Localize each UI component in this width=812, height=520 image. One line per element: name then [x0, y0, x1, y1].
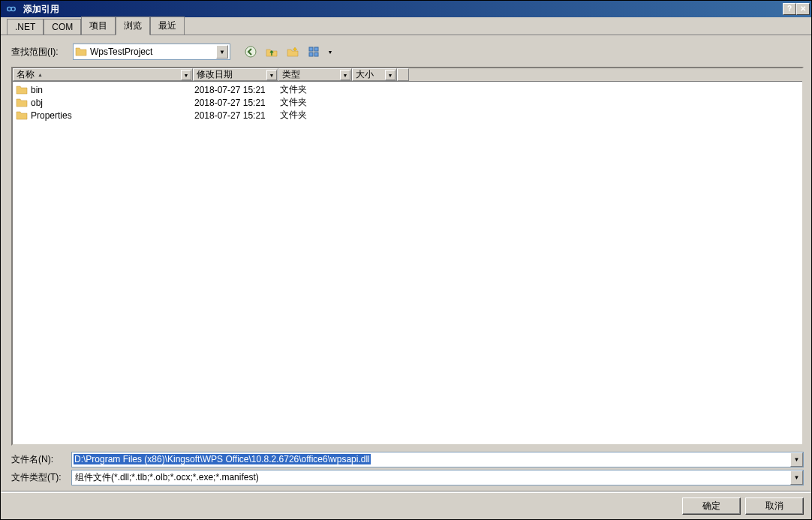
col-extra[interactable]: [397, 68, 409, 81]
folder-icon: [75, 46, 87, 58]
titlebar-buttons: ? ✕: [783, 3, 810, 15]
folder-icon: [16, 110, 28, 122]
ok-button[interactable]: 确定: [682, 497, 741, 515]
add-reference-dialog: 添加引用 ? ✕ .NET COM 项目 浏览 最近 查找范围(I): WpsT…: [0, 0, 812, 520]
lookin-label: 查找范围(I):: [11, 46, 68, 59]
item-name: Properties: [31, 110, 194, 121]
cancel-button[interactable]: 取消: [745, 497, 804, 515]
col-date-label: 修改日期: [197, 68, 233, 81]
titlebar: 添加引用 ? ✕: [1, 1, 811, 17]
col-name[interactable]: 名称 ▲ ▼: [13, 68, 193, 81]
item-date: 2018-07-27 15:21: [194, 110, 280, 121]
filetype-dropdown-icon[interactable]: ▼: [790, 470, 803, 485]
folder-icon: [16, 84, 28, 96]
col-size-label: 大小: [356, 68, 374, 81]
filename-row: 文件名(N): D:\Program Files (x86)\Kingsoft\…: [11, 450, 804, 468]
col-size[interactable]: 大小 ▼: [352, 68, 397, 81]
views-button[interactable]: [305, 44, 322, 60]
close-button[interactable]: ✕: [796, 3, 810, 15]
item-name: obj: [31, 98, 194, 108]
item-date: 2018-07-27 15:21: [194, 98, 280, 108]
filename-label: 文件名(N):: [11, 453, 71, 466]
lookin-dropdown-icon[interactable]: ▼: [216, 45, 228, 59]
tab-project[interactable]: 项目: [81, 17, 116, 35]
list-item[interactable]: Properties 2018-07-27 15:21 文件夹: [13, 109, 802, 122]
col-name-label: 名称: [17, 68, 35, 81]
help-button[interactable]: ?: [783, 3, 796, 15]
svg-rect-4: [314, 53, 318, 56]
window-title: 添加引用: [20, 3, 783, 16]
folder-icon: [16, 97, 28, 109]
svg-rect-1: [309, 47, 313, 51]
col-size-filter-icon[interactable]: ▼: [385, 70, 395, 80]
lookin-combo[interactable]: WpsTestProject ▼: [73, 44, 230, 60]
tab-dotnet[interactable]: .NET: [7, 19, 44, 35]
col-type-label: 类型: [282, 68, 300, 81]
app-icon: [5, 3, 17, 15]
item-name: bin: [31, 85, 194, 95]
svg-point-0: [245, 47, 256, 57]
col-date-filter-icon[interactable]: ▼: [266, 70, 277, 80]
filetype-combo[interactable]: 组件文件(*.dll;*.tlb;*.olb;*.ocx;*.exe;*.man…: [71, 470, 804, 485]
col-date[interactable]: 修改日期 ▼: [193, 68, 278, 81]
tab-recent[interactable]: 最近: [150, 17, 185, 35]
list-item[interactable]: obj 2018-07-27 15:21 文件夹: [13, 96, 802, 109]
col-name-filter-icon[interactable]: ▼: [181, 70, 191, 80]
sort-asc-icon: ▲: [38, 72, 43, 77]
item-type: 文件夹: [280, 109, 353, 122]
new-folder-button[interactable]: [284, 44, 301, 60]
filetype-label: 文件类型(T):: [11, 471, 71, 484]
bottom-fields: 文件名(N): D:\Program Files (x86)\Kingsoft\…: [11, 450, 804, 486]
item-type: 文件夹: [280, 83, 353, 96]
filetype-value: 组件文件(*.dll;*.tlb;*.olb;*.ocx;*.exe;*.man…: [72, 471, 790, 484]
back-button[interactable]: [242, 44, 259, 60]
tab-browse[interactable]: 浏览: [116, 17, 150, 35]
views-dropdown[interactable]: ▼: [326, 44, 334, 60]
dialog-button-bar: 确定 取消: [1, 492, 811, 519]
file-list-header: 名称 ▲ ▼ 修改日期 ▼ 类型 ▼ 大小 ▼: [13, 68, 802, 82]
file-list-body[interactable]: bin 2018-07-27 15:21 文件夹 obj 2018-07-27 …: [13, 82, 802, 444]
nav-toolbar: ▼: [242, 44, 334, 60]
filename-value: D:\Program Files (x86)\Kingsoft\WPS Offi…: [74, 454, 371, 464]
browse-panel: 查找范围(I): WpsTestProject ▼: [1, 35, 811, 491]
filetype-row: 文件类型(T): 组件文件(*.dll;*.tlb;*.olb;*.ocx;*.…: [11, 468, 804, 486]
lookin-text: WpsTestProject: [90, 47, 216, 57]
tab-strip: .NET COM 项目 浏览 最近: [1, 17, 811, 35]
svg-rect-3: [309, 53, 313, 56]
item-type: 文件夹: [280, 96, 353, 109]
filename-input[interactable]: D:\Program Files (x86)\Kingsoft\WPS Offi…: [71, 452, 804, 467]
svg-rect-2: [314, 47, 318, 51]
item-date: 2018-07-27 15:21: [194, 85, 280, 95]
file-list: 名称 ▲ ▼ 修改日期 ▼ 类型 ▼ 大小 ▼: [11, 67, 804, 446]
list-item[interactable]: bin 2018-07-27 15:21 文件夹: [13, 83, 802, 96]
lookin-row: 查找范围(I): WpsTestProject ▼: [11, 41, 804, 62]
up-button[interactable]: [263, 44, 280, 60]
col-type[interactable]: 类型 ▼: [278, 68, 352, 81]
tab-com[interactable]: COM: [44, 19, 81, 35]
col-type-filter-icon[interactable]: ▼: [340, 70, 350, 80]
filename-dropdown-icon[interactable]: ▼: [790, 452, 803, 467]
